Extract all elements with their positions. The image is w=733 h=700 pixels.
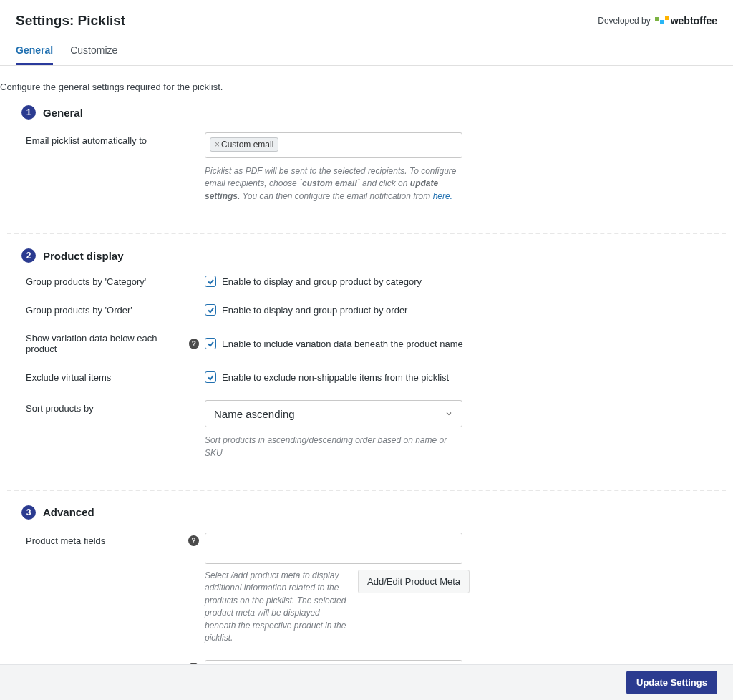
intro-text: Configure the general settings required … (0, 82, 726, 92)
email-help-link[interactable]: here. (433, 191, 452, 201)
section-badge-1: 1 (21, 105, 36, 120)
brand-logo: webtoffee (655, 15, 717, 26)
section-badge-3: 3 (21, 505, 36, 520)
developed-by: Developed by webtoffee (598, 15, 717, 26)
developed-by-label: Developed by (598, 16, 650, 26)
checkbox-group-category[interactable] (205, 276, 216, 287)
tabs: General Customize (0, 39, 733, 66)
label-sort-products: Sort products by (21, 400, 205, 414)
checkbox-group-order-label: Enable to display and group product by o… (222, 305, 407, 316)
email-recipients-input[interactable]: × Custom email (205, 132, 462, 158)
select-sort-value: Name ascending (214, 408, 295, 420)
section-title-advanced: Advanced (43, 506, 94, 518)
label-email-picklist: Email picklist automatically to (21, 132, 205, 146)
label-group-order: Group products by 'Order' (21, 305, 205, 316)
checkbox-exclude-virtual-label: Enable to exclude non-shippable items fr… (222, 372, 449, 383)
footer-bar: Update Settings (0, 664, 733, 700)
section-title-product-display: Product display (43, 250, 124, 262)
section-title-general: General (43, 107, 83, 119)
product-meta-help: Select /add product meta to display addi… (205, 570, 348, 644)
email-help-text: Picklist as PDF will be sent to the sele… (205, 165, 462, 203)
add-edit-product-meta-button[interactable]: Add/Edit Product Meta (358, 570, 470, 593)
checkbox-group-order[interactable] (205, 304, 216, 316)
update-settings-button[interactable]: Update Settings (626, 671, 717, 694)
label-exclude-virtual: Exclude virtual items (21, 372, 205, 383)
chip-remove-icon[interactable]: × (215, 140, 220, 150)
input-product-meta[interactable] (205, 533, 462, 564)
checkbox-group-category-label: Enable to display and group product by c… (222, 276, 422, 287)
sort-help-text: Sort products in ascending/descending or… (205, 434, 462, 460)
brand-name: webtoffee (671, 15, 717, 26)
tab-customize[interactable]: Customize (70, 39, 117, 65)
page-title: Settings: Picklist (16, 13, 125, 29)
checkbox-exclude-virtual[interactable] (205, 371, 216, 383)
checkbox-variation-data-label: Enable to include variation data beneath… (222, 339, 463, 349)
select-sort-products[interactable]: Name ascending (205, 400, 462, 427)
section-badge-2: 2 (21, 248, 36, 263)
label-variation-data: Show variation data below each product ? (21, 333, 205, 354)
section-product-display: 2 Product display Group products by 'Cat… (7, 233, 726, 490)
section-general: 1 General Email picklist automatically t… (7, 105, 726, 233)
chevron-down-icon (445, 409, 453, 418)
checkbox-variation-data[interactable] (205, 338, 216, 349)
brand-logo-dots (655, 17, 669, 24)
chip-label: Custom email (221, 140, 273, 150)
tab-general[interactable]: General (16, 39, 53, 65)
help-icon[interactable]: ? (188, 535, 199, 546)
label-product-meta: Product meta fields ? (21, 533, 205, 546)
label-group-category: Group products by 'Category' (21, 276, 205, 287)
chip-custom-email[interactable]: × Custom email (210, 137, 278, 152)
help-icon[interactable]: ? (189, 339, 199, 349)
